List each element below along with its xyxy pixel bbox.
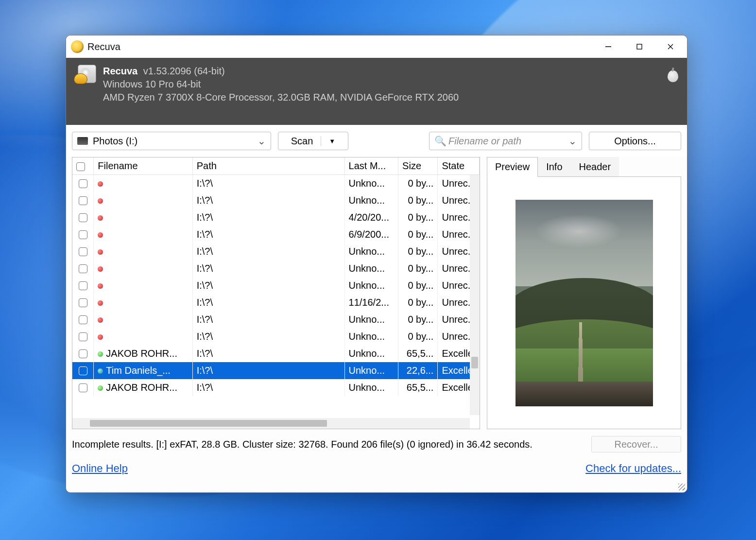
tab-info[interactable]: Info <box>538 157 570 177</box>
col-path[interactable]: Path <box>192 157 344 175</box>
row-checkbox[interactable] <box>79 366 87 375</box>
table-row[interactable]: I:\?\Unkno...0 by...Unrec. <box>72 311 480 328</box>
cell-size: 65,5... <box>398 379 438 396</box>
table-row[interactable]: I:\?\4/20/20...0 by...Unrec. <box>72 209 480 226</box>
cell-size: 0 by... <box>398 226 438 243</box>
header-strip: Recuva v1.53.2096 (64-bit) Windows 10 Pr… <box>66 58 687 125</box>
cell-filename: Tim Daniels_... <box>106 365 171 376</box>
cell-path: I:\?\ <box>192 192 344 209</box>
row-checkbox[interactable] <box>79 298 87 307</box>
status-dot-icon <box>98 266 103 272</box>
maximize-button[interactable] <box>624 35 655 58</box>
drive-icon <box>77 137 88 145</box>
select-all-checkbox[interactable] <box>76 162 85 171</box>
cell-path: I:\?\ <box>192 260 344 277</box>
row-checkbox[interactable] <box>79 264 87 273</box>
app-icon <box>71 40 84 53</box>
table-row[interactable]: Tim Daniels_...I:\?\Unkno...22,6...Excel… <box>72 362 480 379</box>
table-header-row[interactable]: Filename Path Last M... Size State <box>72 157 480 175</box>
row-checkbox[interactable] <box>79 179 87 188</box>
row-checkbox[interactable] <box>79 196 87 205</box>
status-dot-icon <box>98 232 103 238</box>
status-dot-icon <box>98 368 103 374</box>
header-os: Windows 10 Pro 64-bit <box>103 78 459 91</box>
scan-button[interactable]: Scan ▼ <box>278 132 348 150</box>
col-state[interactable]: State <box>438 157 480 175</box>
scan-dropdown-icon[interactable]: ▼ <box>329 138 335 145</box>
table-row[interactable]: I:\?\Unkno...0 by...Unrec. <box>72 175 480 192</box>
status-dot-icon <box>98 283 103 289</box>
cell-path: I:\?\ <box>192 362 344 379</box>
title-text: Recuva <box>87 41 120 52</box>
cell-path: I:\?\ <box>192 209 344 226</box>
cell-last-modified: Unkno... <box>344 277 398 294</box>
row-checkbox[interactable] <box>79 213 87 222</box>
row-checkbox[interactable] <box>79 315 87 324</box>
table-row[interactable]: I:\?\Unkno...0 by...Unrec. <box>72 243 480 260</box>
cell-filename: JAKOB ROHR... <box>106 348 177 359</box>
row-checkbox[interactable] <box>79 247 87 256</box>
row-checkbox[interactable] <box>79 281 87 290</box>
cell-size: 0 by... <box>398 209 438 226</box>
col-last-modified[interactable]: Last M... <box>344 157 398 175</box>
tab-preview[interactable]: Preview <box>487 157 538 177</box>
cell-last-modified: 11/16/2... <box>344 294 398 311</box>
cell-last-modified: 4/20/20... <box>344 209 398 226</box>
cell-filename: JAKOB ROHR... <box>106 382 177 393</box>
cell-size: 0 by... <box>398 311 438 328</box>
table-row[interactable]: I:\?\Unkno...0 by...Unrec. <box>72 277 480 294</box>
cell-path: I:\?\ <box>192 379 344 396</box>
col-filename[interactable]: Filename <box>94 157 192 175</box>
table-row[interactable]: JAKOB ROHR...I:\?\Unkno...65,5...Excelle <box>72 379 480 396</box>
table-row[interactable]: I:\?\6/9/200...0 by...Unrec. <box>72 226 480 243</box>
table-row[interactable]: I:\?\Unkno...0 by...Unrec. <box>72 260 480 277</box>
cell-path: I:\?\ <box>192 294 344 311</box>
row-checkbox[interactable] <box>79 332 87 341</box>
cell-path: I:\?\ <box>192 175 344 192</box>
header-appname: Recuva <box>103 66 137 76</box>
search-input[interactable]: 🔍 Filename or path ⌄ <box>429 132 582 150</box>
minimize-button[interactable] <box>593 35 624 58</box>
preview-pane: Preview Info Header <box>487 157 681 429</box>
search-placeholder: Filename or path <box>448 136 521 147</box>
status-dot-icon <box>98 198 103 204</box>
cell-size: 0 by... <box>398 277 438 294</box>
drive-select[interactable]: Photos (I:) ⌄ <box>72 132 271 150</box>
recover-button[interactable]: Recover... <box>591 436 681 453</box>
cell-last-modified: Unkno... <box>344 311 398 328</box>
cell-path: I:\?\ <box>192 226 344 243</box>
titlebar[interactable]: Recuva <box>66 35 687 58</box>
table-row[interactable]: I:\?\Unkno...0 by...Unrec. <box>72 328 480 345</box>
cell-size: 0 by... <box>398 328 438 345</box>
horizontal-scrollbar[interactable] <box>72 418 470 429</box>
online-help-link[interactable]: Online Help <box>72 462 128 475</box>
chevron-down-icon[interactable]: ⌄ <box>568 135 577 147</box>
cell-last-modified: Unkno... <box>344 345 398 362</box>
status-dot-icon <box>98 249 103 255</box>
toolbar: Photos (I:) ⌄ Scan ▼ 🔍 Filename or path … <box>66 125 687 157</box>
cell-size: 0 by... <box>398 243 438 260</box>
row-checkbox[interactable] <box>79 383 87 392</box>
table-row[interactable]: I:\?\Unkno...0 by...Unrec. <box>72 192 480 209</box>
recuva-logo-icon <box>75 65 96 86</box>
vertical-scrollbar[interactable] <box>470 175 480 415</box>
table-row[interactable]: I:\?\11/16/2...0 by...Unrec. <box>72 294 480 311</box>
status-dot-icon <box>98 215 103 221</box>
status-dot-icon <box>98 385 103 391</box>
results-table[interactable]: Filename Path Last M... Size State I:\?\… <box>72 157 480 429</box>
piriform-icon[interactable] <box>668 68 678 82</box>
cell-last-modified: Unkno... <box>344 260 398 277</box>
options-button[interactable]: Options... <box>589 132 681 150</box>
close-button[interactable] <box>655 35 686 58</box>
cell-last-modified: Unkno... <box>344 243 398 260</box>
resize-grip[interactable] <box>678 484 685 490</box>
status-text: Incomplete results. [I:] exFAT, 28.8 GB.… <box>72 439 533 450</box>
table-row[interactable]: JAKOB ROHR...I:\?\Unkno...65,5...Excelle <box>72 345 480 362</box>
status-dot-icon <box>98 300 103 306</box>
col-size[interactable]: Size <box>398 157 438 175</box>
cell-last-modified: 6/9/200... <box>344 226 398 243</box>
check-updates-link[interactable]: Check for updates... <box>585 462 681 475</box>
tab-header[interactable]: Header <box>571 157 619 177</box>
row-checkbox[interactable] <box>79 349 87 358</box>
row-checkbox[interactable] <box>79 230 87 239</box>
